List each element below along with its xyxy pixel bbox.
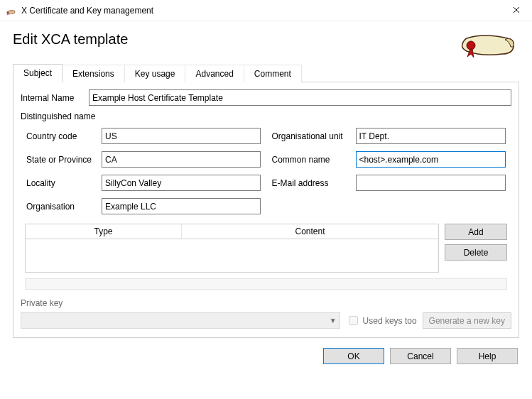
table-col-content[interactable]: Content [182, 224, 438, 239]
app-icon [6, 5, 17, 16]
table-body-empty[interactable] [26, 239, 438, 272]
common-name-input[interactable] [356, 151, 506, 168]
cancel-button[interactable]: Cancel [390, 348, 451, 364]
state-label: State or Province [26, 155, 102, 165]
org-unit-label: Organisational unit [272, 131, 356, 141]
svg-point-0 [7, 11, 9, 13]
table-header: Type Content [26, 224, 438, 239]
country-code-label: Country code [26, 131, 102, 141]
email-label: E-Mail address [272, 178, 356, 188]
table-col-type[interactable]: Type [26, 224, 182, 239]
organisation-input[interactable] [102, 198, 261, 214]
delete-button[interactable]: Delete [445, 244, 507, 261]
tab-key-usage[interactable]: Key usage [124, 65, 186, 82]
used-keys-too-input [349, 316, 358, 325]
tab-strip: Subject Extensions Key usage Advanced Co… [13, 64, 519, 82]
country-code-input[interactable] [102, 128, 261, 144]
window-title: X Certificate and Key management [21, 6, 153, 16]
titlebar: X Certificate and Key management [0, 0, 532, 21]
close-icon [513, 6, 520, 15]
internal-name-label: Internal Name [21, 93, 85, 103]
generate-new-key-button: Generate a new key [423, 312, 511, 329]
certificate-scroll-icon [458, 31, 519, 60]
chevron-down-icon: ▼ [330, 317, 337, 324]
private-key-select: ▼ [21, 312, 340, 329]
locality-label: Locality [26, 178, 102, 188]
tab-comment[interactable]: Comment [244, 65, 302, 82]
tab-panel-subject: Internal Name Distinguished name Country… [13, 82, 519, 338]
tab-subject[interactable]: Subject [13, 64, 63, 82]
state-input[interactable] [102, 151, 261, 168]
used-keys-too-checkbox: Used keys too [346, 314, 417, 327]
svg-point-1 [467, 41, 475, 50]
common-name-label: Common name [272, 155, 356, 165]
organisation-label: Organisation [26, 202, 102, 212]
tab-extensions[interactable]: Extensions [62, 65, 125, 82]
ok-button[interactable]: OK [323, 348, 384, 364]
used-keys-too-label: Used keys too [363, 316, 417, 326]
distinguished-name-label: Distinguished name [21, 111, 511, 121]
add-button[interactable]: Add [445, 224, 507, 240]
org-unit-input[interactable] [356, 128, 506, 144]
horizontal-scrollbar[interactable] [25, 278, 507, 290]
internal-name-input[interactable] [89, 89, 511, 106]
locality-input[interactable] [102, 175, 261, 191]
tab-advanced[interactable]: Advanced [185, 65, 244, 82]
help-button[interactable]: Help [457, 348, 518, 364]
page-title: Edit XCA template [13, 31, 128, 48]
dn-extra-table[interactable]: Type Content [25, 224, 439, 273]
email-input[interactable] [356, 175, 506, 191]
window-close-button[interactable] [500, 0, 532, 21]
private-key-label: Private key [21, 298, 511, 308]
